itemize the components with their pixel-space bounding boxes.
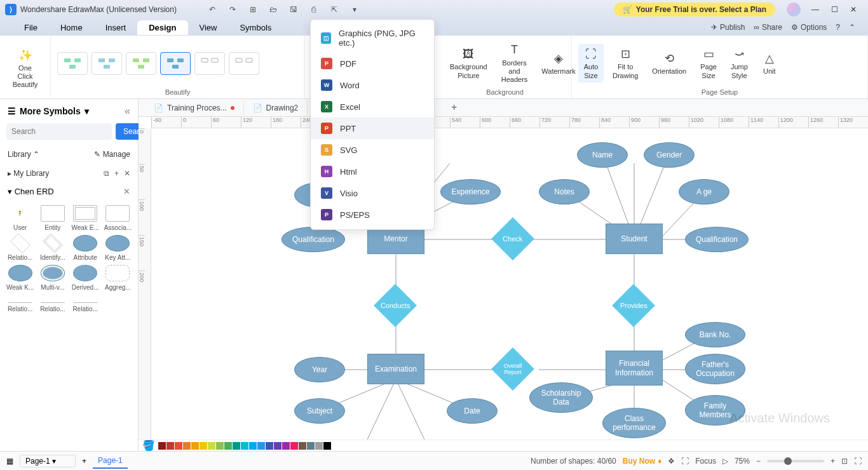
- trial-banner[interactable]: 🛒 Your Free Trial is over. Select a Plan: [614, 3, 775, 17]
- menu-view[interactable]: View: [188, 20, 229, 35]
- canvas[interactable]: Name Name Gender Experience Notes A ge Q…: [151, 128, 868, 451]
- swatch[interactable]: [233, 442, 240, 450]
- node-family[interactable]: Family Members: [685, 395, 745, 426]
- beautify-preset-2[interactable]: [92, 52, 122, 75]
- node-notes[interactable]: Notes: [539, 179, 590, 205]
- zoom-out-icon[interactable]: −: [756, 457, 761, 466]
- minimize-icon[interactable]: —: [806, 0, 825, 19]
- tab-drawing2[interactable]: 📄Drawing2: [244, 101, 308, 115]
- fit-drawing-button[interactable]: ⊡Fit to Drawing: [607, 44, 643, 82]
- swatch[interactable]: [175, 442, 182, 450]
- export-pdf[interactable]: PPDF: [311, 53, 434, 74]
- tab-training[interactable]: 📄Training Proces...: [145, 101, 244, 115]
- chen-erd-section[interactable]: ▾ Chen ERD: [8, 187, 54, 196]
- node-gender[interactable]: Gender: [644, 142, 695, 168]
- node-examination[interactable]: Examination: [367, 354, 424, 384]
- node-overall-report[interactable]: Overall Report: [491, 347, 534, 391]
- swatch[interactable]: [200, 442, 207, 450]
- beautify-preset-3[interactable]: [126, 52, 156, 75]
- undo-icon[interactable]: ↶: [205, 2, 220, 17]
- shape-relationship[interactable]: Relatio...: [5, 235, 35, 261]
- node-class-perf[interactable]: Class performance: [602, 408, 666, 438]
- background-picture-button[interactable]: 🖼Background Picture: [445, 44, 492, 82]
- collapse-ribbon-icon[interactable]: ⌃: [849, 23, 855, 32]
- export-html[interactable]: HHtml: [311, 161, 434, 182]
- play-icon[interactable]: ▷: [722, 457, 728, 466]
- export-ps[interactable]: PPS/EPS: [311, 204, 434, 225]
- share-button[interactable]: ∞Share: [754, 23, 782, 32]
- my-library-row[interactable]: ▸ My Library: [8, 169, 49, 178]
- paint-icon[interactable]: 🪣: [142, 440, 155, 452]
- export-icon[interactable]: ⇱: [327, 2, 342, 17]
- auto-size-button[interactable]: ⛶Auto Size: [578, 44, 604, 82]
- shape-attribute[interactable]: Attribute: [71, 235, 100, 261]
- export-excel[interactable]: XExcel: [311, 96, 434, 117]
- duplicate-icon[interactable]: ⧉: [104, 169, 109, 178]
- swatch[interactable]: [266, 442, 273, 450]
- swatch[interactable]: [158, 442, 166, 450]
- fit-width-icon[interactable]: ⊡: [841, 457, 848, 466]
- page-size-button[interactable]: ▭Page Size: [695, 44, 722, 82]
- swatch[interactable]: [166, 442, 174, 450]
- node-name2[interactable]: Name: [577, 142, 628, 168]
- swatch[interactable]: [299, 442, 306, 450]
- swatch[interactable]: [315, 442, 323, 450]
- swatch[interactable]: [307, 442, 315, 450]
- shape-user[interactable]: 🧍User: [5, 205, 35, 231]
- collapse-panel-icon[interactable]: «: [125, 105, 130, 117]
- shape-derived[interactable]: Derived...: [71, 265, 100, 291]
- swatch[interactable]: [282, 442, 290, 450]
- swatch[interactable]: [208, 442, 215, 450]
- beautify-preset-4[interactable]: [160, 52, 191, 75]
- swatch[interactable]: [191, 442, 199, 450]
- close-section-icon[interactable]: ✕: [123, 187, 130, 196]
- library-link[interactable]: Library ⌃: [8, 150, 39, 159]
- shape-aggregation[interactable]: Aggreg...: [103, 265, 133, 291]
- swatch[interactable]: [274, 442, 281, 450]
- swatch[interactable]: [216, 442, 224, 450]
- menu-file[interactable]: File: [13, 20, 49, 35]
- node-subject[interactable]: Subject: [294, 398, 345, 424]
- menu-home[interactable]: Home: [49, 20, 94, 35]
- qat-more-icon[interactable]: ▾: [347, 2, 362, 17]
- shape-key-attribute[interactable]: Key Att...: [103, 235, 133, 261]
- node-check[interactable]: Check: [491, 217, 534, 260]
- unit-button[interactable]: △Unit: [757, 48, 782, 78]
- node-scholarship[interactable]: Scholarship Data: [529, 382, 593, 413]
- search-input[interactable]: [6, 123, 112, 140]
- shape-weak-entity[interactable]: Weak E...: [71, 205, 100, 231]
- zoom-in-icon[interactable]: +: [831, 457, 835, 466]
- shape-identifying[interactable]: Identify...: [37, 235, 67, 261]
- remove-icon[interactable]: ✕: [124, 169, 130, 178]
- node-student[interactable]: Student: [606, 224, 663, 254]
- node-father-occ[interactable]: Father's Occupation: [685, 354, 745, 384]
- add-tab-button[interactable]: +: [445, 102, 463, 113]
- zoom-level[interactable]: 75%: [735, 457, 750, 466]
- swatch[interactable]: [323, 442, 331, 450]
- fullscreen-icon[interactable]: ⛶: [854, 457, 862, 466]
- node-bank-no[interactable]: Bank No.: [685, 322, 745, 347]
- beautify-preset-6[interactable]: [229, 52, 259, 75]
- options-button[interactable]: ⚙Options: [791, 23, 827, 32]
- swatch[interactable]: [224, 442, 232, 450]
- add-page-icon[interactable]: +: [82, 457, 86, 466]
- export-word[interactable]: WWord: [311, 74, 434, 96]
- open-icon[interactable]: 🗁: [266, 2, 281, 17]
- help-button[interactable]: ?: [836, 23, 840, 32]
- add-icon[interactable]: +: [114, 169, 119, 178]
- node-provides[interactable]: Provides: [612, 284, 655, 327]
- beautify-preset-1[interactable]: [57, 52, 88, 75]
- export-ppt[interactable]: PPPT: [311, 117, 434, 139]
- shape-rel1[interactable]: Relatio...: [5, 295, 35, 312]
- node-qualification1[interactable]: Qualification: [281, 227, 345, 252]
- node-conducts[interactable]: Conducts: [374, 284, 417, 327]
- menu-design[interactable]: Design: [137, 20, 187, 35]
- shape-weak-key[interactable]: Weak K...: [5, 265, 35, 291]
- save-icon[interactable]: 🖫: [286, 2, 301, 17]
- zoom-slider[interactable]: [767, 460, 824, 462]
- shape-rel3[interactable]: Relatio...: [71, 295, 100, 312]
- page-tab-1[interactable]: Page-1: [93, 453, 128, 469]
- one-click-beautify-button[interactable]: ✨ One Click Beautify: [6, 45, 44, 92]
- node-qualification2[interactable]: Qualification: [685, 227, 749, 252]
- export-visio[interactable]: VVisio: [311, 182, 434, 204]
